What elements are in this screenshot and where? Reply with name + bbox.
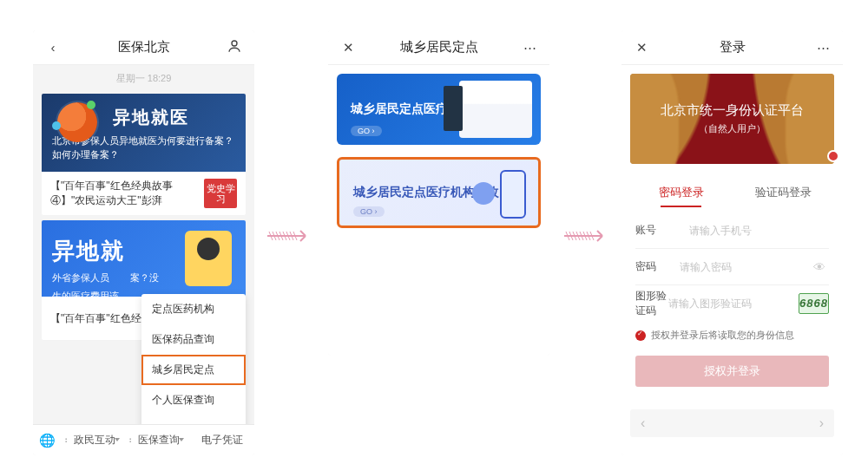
history-badge: 党史学习 — [204, 179, 237, 208]
phone-screen-2: ✕ 城乡居民定点 ⋯ 城乡居民定点医疗机构查询 GO › 城乡居民定点医疗机构修… — [328, 30, 549, 356]
more-icon[interactable]: ⋯ — [812, 40, 834, 56]
keyboard-icon[interactable]: 🌐 — [33, 433, 61, 448]
topbar: ‹ 医保北京 — [33, 30, 254, 65]
row-captcha: 图形验证码 6868 — [635, 285, 829, 322]
row-password: 密码 👁 — [635, 249, 829, 285]
more-icon[interactable]: ⋯ — [518, 40, 541, 56]
bottom-menu-bar: 🌐 政民互动 医保查询 电子凭证 — [33, 424, 254, 455]
profile-icon[interactable] — [223, 38, 246, 56]
article-card-1[interactable]: 异地就医 北京市参保人员异地就医为何要进行备案？如何办理备案？ 【"百年百事"红… — [42, 94, 246, 215]
hero-banner-2: 异地就 外省参保人员 案？没 生的医疗费用该 — [42, 220, 246, 297]
auth-consent-row[interactable]: 授权并登录后将读取您的身份信息 — [621, 327, 843, 352]
row-account: 账号 — [635, 212, 829, 249]
submenu-item[interactable]: 医保药品查询 — [141, 324, 246, 355]
tab-sms[interactable]: 验证码登录 — [733, 178, 835, 207]
pager-next-icon[interactable]: › — [819, 415, 824, 431]
pager-strip: ‹ › — [630, 409, 834, 437]
go-pill: GO › — [353, 206, 385, 217]
page-title: 城乡居民定点 — [359, 39, 518, 56]
submenu-popup: 定点医药机构 医保药品查询 城乡居民定点 个人医保查询 医保问题汇编 — [141, 294, 246, 446]
password-input[interactable] — [680, 261, 810, 273]
page-title: 医保北京 — [64, 39, 223, 56]
card-footer-row[interactable]: 【"百年百事"红色经典故事④】"农民运动大王"彭湃 党史学习 — [42, 172, 246, 215]
eye-icon[interactable]: 👁 — [810, 260, 829, 274]
close-icon[interactable]: ✕ — [337, 40, 359, 56]
account-input[interactable] — [689, 225, 829, 237]
tile-art-icon — [457, 167, 529, 219]
flow-arrow-2 — [562, 225, 613, 246]
consent-text: 授权并登录后将读取您的身份信息 — [651, 329, 794, 342]
submenu-item-highlighted[interactable]: 城乡居民定点 — [141, 355, 246, 385]
login-tabs: 密码登录 验证码登录 — [630, 178, 834, 207]
consent-check-icon[interactable] — [635, 330, 646, 341]
notification-dot-icon — [827, 150, 839, 162]
hero-title: 异地就医 — [113, 106, 235, 129]
tile-modify-highlighted[interactable]: 城乡居民定点医疗机构修改 GO › — [337, 157, 541, 228]
password-label: 密码 — [635, 259, 680, 274]
banner-title: 北京市统一身份认证平台 — [661, 102, 804, 119]
pager-prev-icon[interactable]: ‹ — [641, 415, 645, 431]
topbar: ✕ 登录 ⋯ — [621, 30, 843, 65]
captcha-image[interactable]: 6868 — [799, 293, 829, 314]
submenu-item[interactable]: 定点医药机构 — [141, 294, 246, 324]
page-title: 登录 — [653, 39, 812, 56]
hero2-sub3: 案？没 — [130, 272, 159, 283]
flow-arrow-1 — [266, 225, 316, 246]
tab-password[interactable]: 密码登录 — [630, 178, 733, 207]
hero-banner: 异地就医 北京市参保人员异地就医为何要进行备案？如何办理备案？ — [42, 94, 246, 172]
tile-art-icon — [459, 81, 532, 138]
hero-illustration-icon — [57, 102, 97, 142]
go-pill: GO › — [351, 126, 382, 136]
tile-query[interactable]: 城乡居民定点医疗机构查询 GO › — [337, 74, 541, 145]
card-footer-text: 【"百年百事"红色经典故事④】"农民运动大王"彭湃 — [50, 179, 204, 208]
login-banner: 北京市统一身份认证平台 （自然人用户） — [630, 74, 834, 164]
captcha-label: 图形验证码 — [635, 289, 668, 318]
timestamp: 星期一 18:29 — [33, 65, 254, 88]
hero-person-icon — [185, 231, 232, 286]
account-label: 账号 — [635, 223, 689, 238]
back-icon[interactable]: ‹ — [42, 40, 64, 55]
bottom-tab-1[interactable]: 政民互动 — [61, 433, 125, 448]
bottom-tab-3[interactable]: 电子凭证 — [190, 433, 254, 448]
phone-screen-3: ✕ 登录 ⋯ 北京市统一身份认证平台 （自然人用户） 密码登录 验证码登录 账号… — [621, 30, 843, 455]
topbar: ✕ 城乡居民定点 ⋯ — [328, 30, 549, 65]
phone-screen-1: ‹ 医保北京 星期一 18:29 异地就医 北京市参保人员异地就医为何要进行备案… — [33, 30, 254, 455]
hero2-sub1: 外省参保人员 — [52, 272, 109, 283]
login-form: 账号 密码 👁 图形验证码 6868 — [621, 207, 843, 327]
banner-subtitle: （自然人用户） — [699, 122, 766, 135]
login-button[interactable]: 授权并登录 — [635, 356, 829, 387]
captcha-input[interactable] — [668, 297, 799, 310]
bottom-tab-2[interactable]: 医保查询 — [125, 433, 189, 448]
svg-point-16 — [232, 41, 237, 46]
close-icon[interactable]: ✕ — [630, 40, 653, 56]
submenu-item[interactable]: 个人医保查询 — [141, 385, 246, 415]
